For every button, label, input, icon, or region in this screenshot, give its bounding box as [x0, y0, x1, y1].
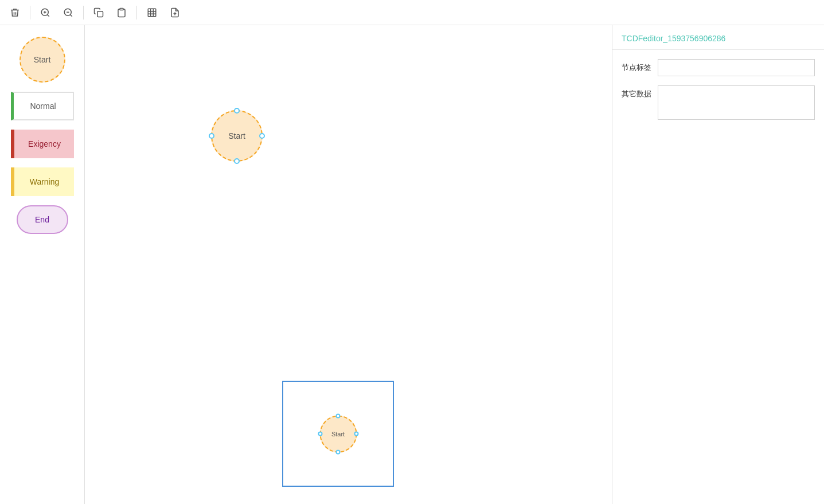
handle-top[interactable] — [234, 108, 240, 114]
minimap-handle-left — [318, 432, 322, 436]
zoom-in-button[interactable] — [35, 2, 56, 23]
divider-3 — [136, 6, 137, 19]
normal-node-label: Normal — [30, 101, 56, 111]
right-panel-header: TCDFeditor_1593756906286 — [612, 25, 824, 50]
exigency-node-label: Exigency — [28, 139, 61, 149]
canvas-start-node-circle: Start — [211, 110, 263, 162]
svg-rect-9 — [148, 9, 156, 17]
copy-button[interactable] — [88, 2, 109, 23]
right-panel-body: 节点标签 其它数据 — [612, 50, 824, 129]
toolbar — [0, 0, 824, 25]
handle-bottom[interactable] — [234, 158, 240, 164]
warning-node-item[interactable]: Warning — [11, 167, 74, 196]
minimap-node: Start — [319, 415, 357, 452]
svg-line-5 — [70, 14, 72, 16]
data-field-textarea[interactable] — [658, 85, 815, 120]
normal-node-item[interactable]: Normal — [11, 92, 74, 120]
canvas-area[interactable]: Start Start — [85, 25, 612, 504]
exigency-node-item[interactable]: Exigency — [11, 130, 74, 158]
zoom-out-button[interactable] — [58, 2, 79, 23]
data-field-label: 其它数据 — [622, 85, 653, 99]
handle-left[interactable] — [209, 133, 214, 139]
end-node-item[interactable]: End — [17, 205, 68, 234]
minimap: Start — [282, 381, 394, 487]
svg-line-1 — [47, 14, 49, 16]
handle-right[interactable] — [259, 133, 265, 139]
sidebar: Start Normal Exigency Warning End — [0, 25, 85, 504]
right-panel: TCDFeditor_1593756906286 节点标签 其它数据 — [612, 25, 824, 504]
canvas-start-node[interactable]: Start — [211, 110, 263, 162]
label-field-input[interactable] — [658, 59, 815, 76]
divider-1 — [30, 6, 30, 19]
svg-rect-8 — [120, 8, 123, 10]
paste-button[interactable] — [111, 2, 132, 23]
start-node-item[interactable]: Start — [19, 37, 65, 83]
minimap-handle-top — [336, 413, 341, 418]
minimap-handle-right — [354, 432, 358, 436]
warning-node-label: Warning — [30, 177, 60, 186]
canvas-start-node-label: Start — [228, 131, 245, 140]
minimap-node-label: Start — [331, 431, 345, 437]
start-node-label: Start — [34, 55, 51, 64]
right-panel-title: TCDFeditor_1593756906286 — [622, 34, 725, 43]
fit-button[interactable] — [142, 2, 162, 23]
minimap-handle-bottom — [336, 450, 341, 454]
divider-2 — [83, 6, 84, 19]
end-node-label: End — [35, 215, 49, 224]
svg-rect-7 — [97, 11, 103, 17]
data-row: 其它数据 — [622, 85, 815, 120]
delete-button[interactable] — [5, 2, 25, 23]
label-field-label: 节点标签 — [622, 59, 653, 73]
minimap-node-circle: Start — [319, 415, 357, 452]
label-row: 节点标签 — [622, 59, 815, 76]
main-area: Start Normal Exigency Warning End Start — [0, 25, 824, 504]
export-button[interactable] — [165, 2, 185, 23]
